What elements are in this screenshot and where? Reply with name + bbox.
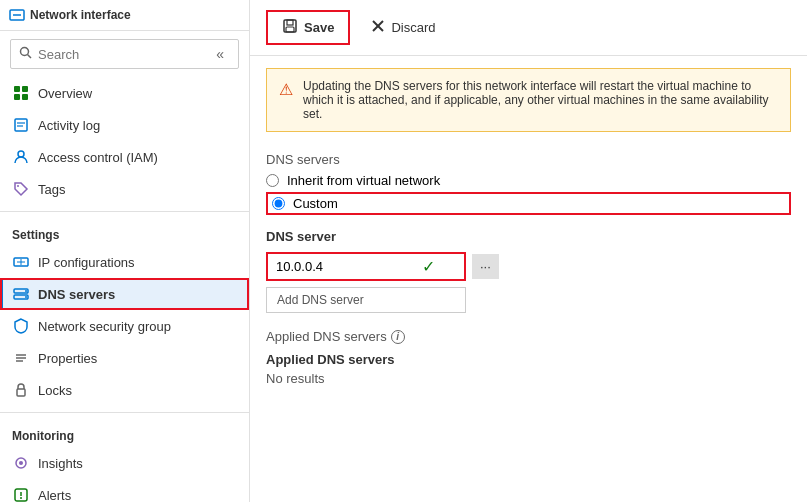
overview-label: Overview <box>38 86 92 101</box>
monitoring-section-label: Monitoring <box>0 419 249 447</box>
dns-input[interactable] <box>268 254 418 279</box>
applied-dns-title: Applied DNS servers <box>266 352 791 367</box>
dns-server-section: DNS server ✓ ··· Add DNS server <box>266 229 791 313</box>
divider-settings <box>0 211 249 212</box>
svg-rect-4 <box>14 86 20 92</box>
dns-radio-group: Inherit from virtual network Custom <box>266 173 791 215</box>
search-box[interactable]: « <box>10 39 239 69</box>
ip-config-icon <box>12 253 30 271</box>
dns-servers-label: DNS servers <box>38 287 115 302</box>
custom-radio[interactable] <box>272 197 285 210</box>
sidebar-item-overview[interactable]: Overview <box>0 77 249 109</box>
sidebar-nav: Overview Activity log Access control (IA… <box>0 77 249 502</box>
sidebar-item-access-control[interactable]: Access control (IAM) <box>0 141 249 173</box>
sidebar-title: Network interface <box>30 8 131 22</box>
access-control-icon <box>12 148 30 166</box>
dns-more-button[interactable]: ··· <box>472 254 499 279</box>
svg-line-3 <box>28 55 32 59</box>
add-dns-label: Add DNS server <box>277 293 364 307</box>
discard-button[interactable]: Discard <box>358 12 448 43</box>
svg-rect-8 <box>15 119 27 131</box>
insights-label: Insights <box>38 456 83 471</box>
warning-icon: ⚠ <box>279 80 293 99</box>
network-interface-icon <box>8 6 26 24</box>
discard-icon <box>371 19 385 36</box>
custom-radio-label: Custom <box>293 196 338 211</box>
sidebar-item-network-security-group[interactable]: Network security group <box>0 310 249 342</box>
ip-configurations-label: IP configurations <box>38 255 135 270</box>
properties-icon <box>12 349 30 367</box>
sidebar-item-dns-servers[interactable]: DNS servers <box>0 278 249 310</box>
sidebar-item-activity-log[interactable]: Activity log <box>0 109 249 141</box>
warning-banner: ⚠ Updating the DNS servers for this netw… <box>266 68 791 132</box>
svg-point-18 <box>25 290 27 292</box>
network-security-group-label: Network security group <box>38 319 171 334</box>
svg-point-25 <box>19 461 23 465</box>
tags-icon <box>12 180 30 198</box>
dns-servers-icon <box>12 285 30 303</box>
insights-icon <box>12 454 30 472</box>
svg-rect-6 <box>14 94 20 100</box>
svg-point-2 <box>21 48 29 56</box>
form-section: DNS servers Inherit from virtual network… <box>250 144 807 402</box>
toolbar: Save Discard <box>250 0 807 56</box>
discard-label: Discard <box>391 20 435 35</box>
locks-label: Locks <box>38 383 72 398</box>
svg-rect-7 <box>22 94 28 100</box>
save-icon <box>282 18 298 37</box>
search-icon <box>19 46 32 62</box>
locks-icon <box>12 381 30 399</box>
applied-dns-label: Applied DNS servers <box>266 329 387 344</box>
alerts-label: Alerts <box>38 488 71 503</box>
activity-log-icon <box>12 116 30 134</box>
inherit-radio-item[interactable]: Inherit from virtual network <box>266 173 791 188</box>
svg-point-28 <box>20 497 22 499</box>
dns-check-icon: ✓ <box>418 257 439 276</box>
access-control-label: Access control (IAM) <box>38 150 158 165</box>
alerts-icon <box>12 486 30 502</box>
search-input[interactable] <box>38 47 204 62</box>
inherit-radio-label: Inherit from virtual network <box>287 173 440 188</box>
dns-section-label: DNS server <box>266 229 791 244</box>
svg-rect-23 <box>17 389 25 396</box>
applied-dns-label-row: Applied DNS servers i <box>266 329 791 344</box>
sidebar-header: Network interface <box>0 0 249 31</box>
sidebar-item-insights[interactable]: Insights <box>0 447 249 479</box>
no-results: No results <box>266 371 791 386</box>
network-security-icon <box>12 317 30 335</box>
main-content: Save Discard ⚠ Updating the DNS servers … <box>250 0 807 502</box>
save-button[interactable]: Save <box>266 10 350 45</box>
sidebar-item-alerts[interactable]: Alerts <box>0 479 249 502</box>
divider-monitoring <box>0 412 249 413</box>
settings-section-label: Settings <box>0 218 249 246</box>
sidebar: Network interface « Overview Activity lo… <box>0 0 250 502</box>
sidebar-item-tags[interactable]: Tags <box>0 173 249 205</box>
activity-log-label: Activity log <box>38 118 100 133</box>
overview-icon <box>12 84 30 102</box>
sidebar-item-properties[interactable]: Properties <box>0 342 249 374</box>
add-dns-row: Add DNS server <box>266 287 791 313</box>
dns-servers-form-label: DNS servers <box>266 152 791 167</box>
svg-point-11 <box>18 151 24 157</box>
svg-point-19 <box>25 296 27 298</box>
info-icon[interactable]: i <box>391 330 405 344</box>
collapse-button[interactable]: « <box>210 44 230 64</box>
inherit-radio[interactable] <box>266 174 279 187</box>
svg-point-12 <box>17 185 19 187</box>
dns-input-wrapper: ✓ <box>266 252 466 281</box>
sidebar-item-ip-configurations[interactable]: IP configurations <box>0 246 249 278</box>
svg-rect-5 <box>22 86 28 92</box>
tags-label: Tags <box>38 182 65 197</box>
custom-radio-container[interactable]: Custom <box>266 192 791 215</box>
add-dns-button[interactable]: Add DNS server <box>266 287 466 313</box>
dns-input-row: ✓ ··· <box>266 252 791 281</box>
save-label: Save <box>304 20 334 35</box>
warning-text: Updating the DNS servers for this networ… <box>303 79 778 121</box>
properties-label: Properties <box>38 351 97 366</box>
sidebar-item-locks[interactable]: Locks <box>0 374 249 406</box>
